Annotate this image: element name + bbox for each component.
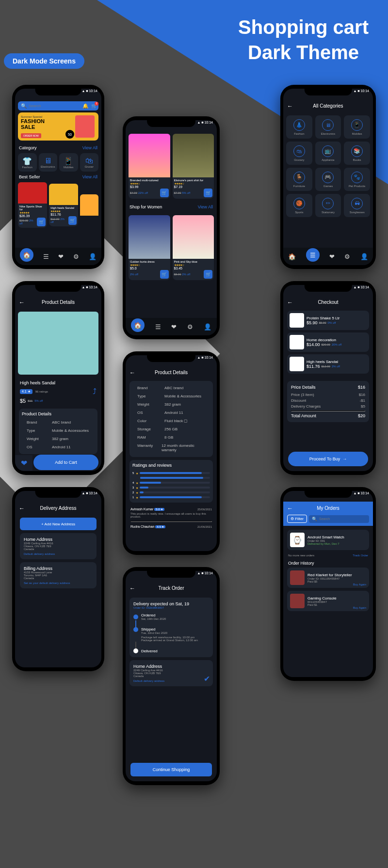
view-all-link[interactable]: View All: [82, 145, 97, 150]
back-icon[interactable]: ←: [287, 505, 293, 512]
add-cart-icon[interactable]: 🛒: [68, 216, 77, 225]
nav-list-icon[interactable]: ☰: [43, 253, 49, 260]
delivery-expected: Delivery expected on Sat, 19: [133, 601, 209, 606]
back-icon[interactable]: ←: [129, 369, 135, 376]
category-games[interactable]: 🎮Games: [315, 168, 341, 191]
screen-title: Delivery Address: [40, 505, 76, 511]
product-card[interactable]: Golden kurta dress ★★★★☆ $5.0 2% off🛒: [129, 215, 170, 280]
add-cart-icon[interactable]: 🛒: [160, 270, 169, 279]
search-icon: 🔍: [312, 517, 317, 521]
nav-settings-icon[interactable]: ⚙: [73, 253, 79, 260]
nav-home-icon[interactable]: 🏠: [288, 253, 296, 260]
search-icon: 🔍: [21, 103, 27, 109]
address-label: Home Address: [24, 537, 93, 542]
screen-title: My Orders: [317, 505, 340, 511]
category-appliance[interactable]: 📺Appliance: [315, 142, 341, 165]
product-card[interactable]: Elsinore's pant shirt for ★★★★☆ $7.19 $7…: [173, 134, 214, 199]
screen-title: Checkout: [318, 300, 338, 305]
step-dot: [133, 615, 138, 619]
nav-profile-icon[interactable]: 👤: [204, 323, 211, 331]
product-card[interactable]: High heels Sandal ★★★★★ $11.76 $12.00 2%…: [49, 184, 78, 226]
nav-settings-icon[interactable]: ⚙: [187, 323, 193, 331]
screen-title: All Categories: [313, 103, 343, 109]
order-card[interactable]: ⌚ Android Smart Watch Order ID: 001 Deli…: [287, 530, 369, 550]
back-icon[interactable]: ←: [19, 299, 25, 306]
proceed-button[interactable]: Proceed To Buy →: [288, 452, 368, 466]
product-card[interactable]: Pink and Sky-blue ★★★★☆ $3.45 $8.99 2% o…: [173, 215, 214, 280]
category-fashion[interactable]: 👗Fashion: [286, 115, 312, 139]
category-grocery[interactable]: 🛍Grocery: [286, 142, 312, 165]
checkout-item: High heels Sandal$11.76$12.002% off: [287, 354, 369, 374]
category-electronics[interactable]: 🖥Electronics: [39, 153, 58, 172]
view-all-link[interactable]: View All: [82, 174, 97, 179]
ratings-label: Ratings and reviews: [132, 463, 210, 468]
category-books[interactable]: 📚Books: [344, 142, 370, 165]
category-stationary[interactable]: ✏Stationary: [315, 194, 341, 217]
category-fashion[interactable]: 👕Fashion: [18, 153, 37, 172]
category-mobiles[interactable]: 📱Mobiles: [59, 153, 78, 172]
nav-home[interactable]: 🏠: [20, 248, 33, 262]
order-id: Order ID: 00269883007: [133, 606, 209, 609]
dark-mode-badge: Dark Mode Screens: [4, 53, 84, 69]
filter-button[interactable]: ⚙ Filter: [287, 515, 307, 523]
cart-icon[interactable]: 🛒2: [91, 103, 97, 109]
nav-profile-icon[interactable]: 👤: [360, 253, 368, 260]
page-title: Shopping cart Dark Theme: [238, 15, 369, 65]
screen-title: Product Details: [42, 300, 75, 305]
share-icon[interactable]: ⤴: [93, 387, 97, 396]
add-cart-icon[interactable]: 🛒: [160, 189, 169, 197]
nav-profile-icon[interactable]: 👤: [89, 253, 97, 260]
nav-list[interactable]: ☰: [306, 248, 320, 262]
add-cart-icon[interactable]: 🛒: [204, 189, 212, 197]
category-grocery[interactable]: 🛍Grocer: [80, 153, 99, 172]
product-card[interactable]: Branded multi-colored ★★★★☆ $3.99 $4.99 …: [129, 134, 170, 199]
buy-again-link[interactable]: Buy Again: [353, 583, 366, 586]
screen-title: Track Order: [159, 585, 184, 591]
history-item[interactable]: Red Klarket for StorytellerOrder ID: 001…: [287, 568, 369, 588]
best-seller-label: Best Seller: [19, 174, 40, 179]
add-cart-icon[interactable]: 🛒: [37, 218, 46, 226]
product-name: High heels Sandal: [20, 380, 97, 385]
section-label: Shop for Women: [129, 205, 162, 209]
checkout-item: Home decoration$14.00$20.0020% off: [287, 332, 369, 352]
bell-icon[interactable]: 🔔: [82, 103, 88, 109]
category-furniture[interactable]: 🪑Furniture: [286, 168, 312, 191]
back-icon[interactable]: ←: [287, 299, 293, 306]
back-icon[interactable]: ←: [19, 505, 25, 512]
default-label: Default delivery address: [24, 552, 93, 555]
back-icon[interactable]: ←: [129, 585, 135, 592]
buy-again-link[interactable]: Buy Again: [353, 606, 366, 609]
continue-shopping-button[interactable]: Continue Shopping: [130, 763, 212, 776]
history-label: Order History: [283, 557, 373, 568]
set-default-link[interactable]: Set as your default delivery address: [24, 582, 93, 584]
view-all-link[interactable]: View All: [198, 205, 213, 209]
favorite-button[interactable]: ❤: [15, 455, 32, 471]
add-cart-icon[interactable]: 🛒: [204, 270, 212, 279]
track-order-link[interactable]: Track Order: [353, 554, 368, 557]
product-card[interactable]: Nike Sports Shoe for ★★★★★ $26.39 $29.00…: [18, 182, 47, 228]
nav-favorite-icon[interactable]: ❤: [329, 253, 335, 260]
address-label: Billing Address: [24, 566, 93, 571]
checkout-item: Protein Shake 5 Ltr$5.90$5.900% off: [287, 311, 369, 330]
nav-settings-icon[interactable]: ⚙: [344, 253, 350, 260]
rating-badge: 4.1 ★: [20, 389, 32, 394]
section-label: Product Details: [22, 411, 95, 416]
add-address-button[interactable]: + Add New Address: [20, 518, 97, 530]
nav-list-icon[interactable]: ☰: [155, 323, 161, 331]
nav-favorite-icon[interactable]: ❤: [58, 253, 64, 260]
category-electronics[interactable]: 🖥Electronics: [315, 115, 341, 139]
nav-home[interactable]: 🏠: [131, 318, 145, 332]
screen-title: Product Details: [155, 370, 188, 375]
order-now-button[interactable]: ORDER NOW: [21, 133, 41, 138]
back-icon[interactable]: ←: [287, 103, 293, 110]
search-input[interactable]: [29, 104, 80, 108]
check-icon: ✔: [204, 674, 210, 683]
nav-favorite-icon[interactable]: ❤: [171, 323, 177, 331]
add-to-cart-button[interactable]: Add to Cart: [33, 455, 98, 470]
category-pet products[interactable]: 🐾Pet Products: [344, 168, 370, 191]
history-item[interactable]: Gaming Console001105455847Paid $1Buy Aga…: [287, 591, 369, 611]
category-sunglasses[interactable]: 🕶Sunglasses: [344, 194, 370, 217]
orders-search-input[interactable]: [319, 517, 366, 521]
category-sports[interactable]: 🏀Sports: [286, 194, 312, 217]
category-mobiles[interactable]: 📱Mobiles: [344, 115, 370, 139]
